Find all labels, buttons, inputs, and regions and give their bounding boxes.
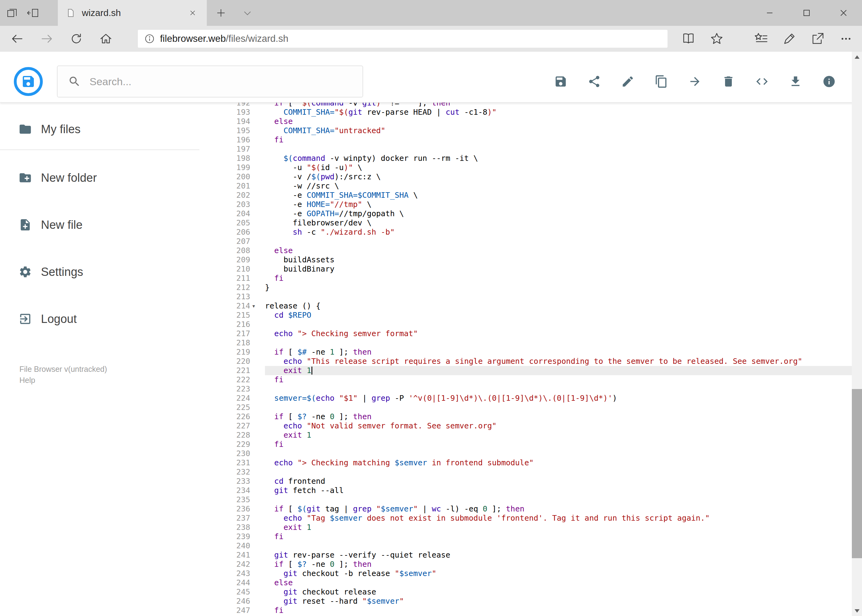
home-button[interactable] bbox=[91, 28, 121, 50]
raw-view-button[interactable] bbox=[755, 75, 769, 88]
code-line[interactable]: 234 git fetch --all bbox=[199, 486, 852, 495]
code-line[interactable]: 195 COMMIT_SHA="untracked" bbox=[199, 126, 852, 135]
code-line[interactable]: 218 bbox=[199, 338, 852, 347]
reading-view-button[interactable] bbox=[674, 28, 703, 50]
help-link[interactable]: Help bbox=[19, 375, 199, 386]
code-line[interactable]: 241 git rev-parse --verify --quiet relea… bbox=[199, 550, 852, 560]
code-line[interactable]: 202 -e COMMIT_SHA=$COMMIT_SHA \ bbox=[199, 191, 852, 200]
code-line[interactable]: 210 buildBinary bbox=[199, 264, 852, 274]
code-line[interactable]: 217 echo "> Checking semver format" bbox=[199, 329, 852, 338]
code-line[interactable]: 192 if [ "$(command -v git)" != "" ]; th… bbox=[199, 103, 852, 108]
code-line[interactable]: 201 -w //src \ bbox=[199, 181, 852, 191]
code-line[interactable]: 247 fi bbox=[199, 606, 852, 615]
code-line[interactable]: 208 else bbox=[199, 246, 852, 255]
code-line[interactable]: 203 -e HOME="//tmp" \ bbox=[199, 200, 852, 209]
back-button[interactable] bbox=[2, 28, 32, 50]
search-input[interactable] bbox=[90, 75, 362, 88]
code-line[interactable]: 219 if [ $# -ne 1 ]; then bbox=[199, 347, 852, 357]
code-line[interactable]: 214▾release () { bbox=[199, 302, 852, 311]
close-button[interactable] bbox=[825, 0, 862, 26]
tab-close-button[interactable] bbox=[186, 7, 199, 19]
delete-button[interactable] bbox=[722, 75, 735, 88]
code-line[interactable]: 229 fi bbox=[199, 440, 852, 449]
page-info-icon[interactable] bbox=[144, 33, 155, 44]
app-logo[interactable] bbox=[14, 67, 43, 96]
code-line[interactable]: 244 else bbox=[199, 578, 852, 588]
code-line[interactable]: 215 cd $REPO bbox=[199, 311, 852, 320]
maximize-button[interactable] bbox=[788, 0, 825, 26]
code-line[interactable]: 240 bbox=[199, 541, 852, 550]
code-line[interactable]: 213 bbox=[199, 292, 852, 302]
code-line[interactable]: 224 semver=$(echo "$1" | grep -P '^v(0|[… bbox=[199, 394, 852, 403]
share-button[interactable] bbox=[804, 28, 832, 50]
scrollbar-thumb[interactable] bbox=[852, 389, 862, 558]
code-line[interactable]: 222 fi bbox=[199, 375, 852, 384]
code-line[interactable]: 198 $(command -v winpty) docker run --rm… bbox=[199, 154, 852, 163]
tab-preview-chevron[interactable] bbox=[239, 4, 256, 22]
hub-button[interactable] bbox=[747, 28, 775, 50]
sidebar-item-logout[interactable]: Logout bbox=[0, 303, 199, 334]
address-bar[interactable]: filebrowser.web/files/wizard.sh bbox=[138, 30, 668, 48]
rename-button[interactable] bbox=[621, 75, 635, 88]
code-line[interactable]: 227 echo "Not valid semver format. See s… bbox=[199, 421, 852, 431]
web-note-button[interactable] bbox=[775, 28, 804, 50]
new-tab-button[interactable] bbox=[212, 4, 230, 22]
share-file-button[interactable] bbox=[588, 75, 601, 88]
code-line[interactable]: 226 if [ $? -ne 0 ]; then bbox=[199, 412, 852, 421]
code-line[interactable]: 245 git checkout release bbox=[199, 588, 852, 597]
favorite-button[interactable] bbox=[703, 28, 731, 50]
code-line[interactable]: 228 exit 1 bbox=[199, 431, 852, 440]
code-line[interactable]: 194 else bbox=[199, 117, 852, 126]
code-line[interactable]: 200 -v /$(pwd):/src:z \ bbox=[199, 172, 852, 181]
page-scrollbar[interactable] bbox=[852, 52, 862, 616]
minimize-button[interactable] bbox=[751, 0, 788, 26]
info-button[interactable] bbox=[822, 75, 836, 88]
move-button[interactable] bbox=[688, 75, 702, 88]
code-line[interactable]: 204 -e GOPATH=//tmp/gopath \ bbox=[199, 209, 852, 218]
code-line[interactable]: 236 if [ $(git tag | grep "$semver" | wc… bbox=[199, 504, 852, 514]
search-box[interactable] bbox=[57, 66, 363, 97]
code-line[interactable]: 233 cd frontend bbox=[199, 477, 852, 486]
scrollbar-down-button[interactable] bbox=[852, 605, 862, 616]
code-line[interactable]: 193 COMMIT_SHA="$(git rev-parse HEAD | c… bbox=[199, 108, 852, 117]
code-line[interactable]: 197 bbox=[199, 145, 852, 154]
code-line[interactable]: 232 bbox=[199, 467, 852, 477]
code-line[interactable]: 206 sh -c "./wizard.sh -b" bbox=[199, 228, 852, 237]
code-line[interactable]: 209 buildAssets bbox=[199, 255, 852, 264]
save-button[interactable] bbox=[554, 75, 567, 88]
refresh-button[interactable] bbox=[61, 28, 91, 50]
code-line[interactable]: 196 fi bbox=[199, 135, 852, 145]
sidebar-item-my-files[interactable]: My files bbox=[0, 114, 199, 145]
code-line[interactable]: 216 bbox=[199, 320, 852, 329]
sidebar-item-settings[interactable]: Settings bbox=[0, 256, 199, 287]
active-tab[interactable]: wizard.sh bbox=[58, 0, 207, 26]
code-line[interactable]: 220 echo "This release script requires a… bbox=[199, 357, 852, 366]
code-line[interactable]: 199 -u "$(id -u)" \ bbox=[199, 163, 852, 172]
set-aside-tabs-button[interactable] bbox=[4, 4, 20, 22]
code-line[interactable]: 237 echo "Tag $semver does not exist in … bbox=[199, 514, 852, 523]
code-line[interactable]: 230 bbox=[199, 449, 852, 458]
code-line[interactable]: 207 bbox=[199, 237, 852, 246]
copy-button[interactable] bbox=[655, 75, 668, 88]
code-editor[interactable]: 192 if [ "$(command -v git)" != "" ]; th… bbox=[199, 103, 852, 616]
code-line[interactable]: 242 if [ $? -ne 0 ]; then bbox=[199, 560, 852, 569]
fold-marker-icon[interactable]: ▾ bbox=[250, 302, 265, 311]
code-line[interactable]: 231 echo "> Checking matching $semver in… bbox=[199, 458, 852, 467]
sidebar-item-new-file[interactable]: New file bbox=[0, 209, 199, 240]
code-line[interactable]: 243 git checkout -b release "$semver" bbox=[199, 569, 852, 578]
code-line[interactable]: 246 git reset --hard "$semver" bbox=[199, 597, 852, 606]
code-line[interactable]: 235 bbox=[199, 495, 852, 504]
code-line[interactable]: 211 fi bbox=[199, 274, 852, 283]
code-line[interactable]: 239 fi bbox=[199, 532, 852, 541]
sidebar-item-new-folder[interactable]: New folder bbox=[0, 162, 199, 193]
download-button[interactable] bbox=[789, 75, 802, 88]
tabs-you-set-aside-button[interactable] bbox=[25, 4, 41, 22]
code-line[interactable]: 205 filebrowser/dev \ bbox=[199, 218, 852, 228]
code-line[interactable]: 238 exit 1 bbox=[199, 523, 852, 532]
code-line[interactable]: 223 bbox=[199, 384, 852, 394]
code-line[interactable]: 212} bbox=[199, 283, 852, 292]
forward-button[interactable] bbox=[32, 28, 61, 50]
code-line[interactable]: 221 exit 1 bbox=[199, 366, 852, 375]
scrollbar-up-button[interactable] bbox=[852, 52, 862, 62]
more-button[interactable] bbox=[832, 28, 860, 50]
